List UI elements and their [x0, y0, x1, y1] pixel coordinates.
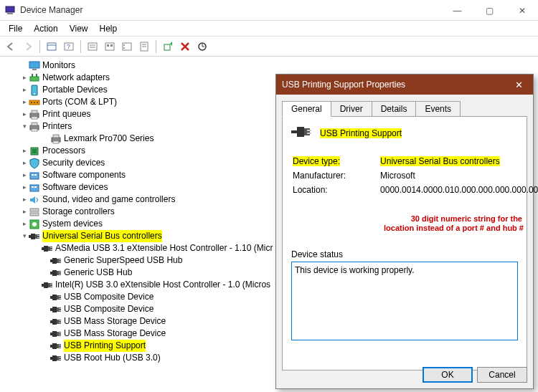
maximize-button[interactable]: ▢: [473, 0, 506, 21]
forward-button[interactable]: [20, 39, 36, 54]
svg-rect-93: [59, 333, 61, 333]
tree-node[interactable]: USB Composite Device: [7, 291, 270, 303]
tree-node-label: Generic SuperSpeed USB Hub: [64, 254, 182, 267]
device-tree[interactable]: Monitors▸Network adapters▸Portable Devic…: [0, 58, 273, 392]
chevron-right-icon[interactable]: ▸: [20, 193, 29, 206]
device-status-label: Device status: [291, 249, 518, 259]
tree-node[interactable]: USB Mass Storage Device: [7, 328, 270, 340]
tree-node[interactable]: ▾Universal Serial Bus controllers: [7, 230, 270, 242]
view-details-button[interactable]: [85, 39, 100, 54]
tab-details[interactable]: Details: [372, 101, 417, 117]
tree-node[interactable]: USB Root Hub (USB 3.0): [7, 352, 270, 364]
view-list-button[interactable]: [119, 39, 135, 54]
dialog-close-button[interactable]: ✕: [504, 75, 533, 95]
svg-rect-39: [53, 141, 59, 143]
svg-rect-65: [52, 258, 57, 264]
tree-node[interactable]: Generic USB Hub: [7, 267, 270, 279]
tree-node[interactable]: Monitors: [7, 59, 270, 72]
tree-node[interactable]: ▸System devices: [7, 218, 270, 230]
tree-node[interactable]: ▸Processors: [7, 145, 270, 157]
menu-file[interactable]: File: [3, 22, 28, 35]
chevron-right-icon[interactable]: ▸: [20, 145, 29, 157]
tab-driver[interactable]: Driver: [331, 101, 372, 117]
menu-action[interactable]: Action: [28, 22, 63, 35]
device-type-value: Universal Serial Bus controllers: [380, 156, 500, 166]
svg-rect-71: [50, 272, 52, 274]
chevron-right-icon[interactable]: ▸: [20, 96, 29, 108]
svg-rect-41: [32, 149, 37, 153]
tree-node[interactable]: ▸Security devices: [7, 157, 270, 169]
chevron-right-icon[interactable]: ▸: [20, 72, 29, 84]
tree-node[interactable]: USB Printing Support: [7, 340, 270, 352]
toolbar: ?: [0, 37, 538, 57]
properties-button[interactable]: [136, 39, 152, 54]
menu-view[interactable]: View: [64, 22, 94, 35]
view-large-button[interactable]: [102, 39, 118, 54]
tree-node[interactable]: Generic SuperSpeed USB Hub: [7, 254, 270, 267]
svg-rect-10: [107, 44, 109, 47]
tree-node[interactable]: ▸Portable Devices: [7, 84, 270, 96]
tree-node[interactable]: ▸Software devices: [7, 181, 270, 193]
close-button[interactable]: ✕: [506, 0, 538, 21]
svg-rect-89: [59, 322, 61, 323]
menu-help[interactable]: Help: [94, 22, 123, 35]
svg-rect-109: [307, 133, 311, 134]
chevron-right-icon[interactable]: ▸: [20, 218, 29, 230]
help-button[interactable]: ?: [61, 39, 77, 54]
tree-node-label: Portable Devices: [42, 84, 108, 96]
svg-rect-24: [36, 74, 37, 77]
tree-node[interactable]: USB Mass Storage Device: [7, 315, 270, 328]
svg-point-51: [32, 222, 37, 226]
tree-node[interactable]: ▸Print queues: [7, 108, 270, 120]
svg-point-14: [123, 47, 125, 49]
chevron-right-icon[interactable]: ▸: [20, 157, 29, 169]
svg-rect-100: [52, 343, 57, 349]
printq-icon: [29, 109, 40, 120]
ok-button[interactable]: OK: [423, 367, 473, 383]
chevron-right-icon[interactable]: ▸: [20, 169, 29, 181]
show-hidden-button[interactable]: [44, 39, 60, 54]
chevron-right-icon[interactable]: ▸: [20, 206, 29, 218]
tree-node-label: Storage controllers: [42, 206, 115, 218]
svg-rect-77: [57, 295, 61, 300]
svg-rect-88: [59, 320, 61, 321]
chevron-right-icon[interactable]: ▸: [20, 84, 29, 96]
tree-node-label: ASMedia USB 3.1 eXtensible Host Controll…: [55, 242, 273, 254]
tab-events[interactable]: Events: [415, 101, 461, 117]
tree-node[interactable]: ▸Storage controllers: [7, 206, 270, 218]
tab-general[interactable]: General: [282, 101, 331, 117]
svg-rect-70: [52, 270, 57, 276]
device-status-box[interactable]: This device is working properly.: [291, 262, 518, 340]
scan-hardware-button[interactable]: [160, 39, 176, 54]
tree-node-label: Security devices: [42, 157, 105, 169]
tree-node-label: Software components: [42, 169, 126, 181]
tree-node[interactable]: ASMedia USB 3.1 eXtensible Host Controll…: [7, 242, 270, 254]
annotation-line1: 30 digit numeric string for the: [411, 214, 522, 223]
tree-node-label: Network adapters: [42, 72, 110, 84]
chevron-right-icon[interactable]: ▸: [20, 108, 29, 120]
tree-node[interactable]: ▸Network adapters: [7, 72, 270, 84]
chevron-down-icon[interactable]: ▾: [20, 120, 29, 133]
separator: [80, 40, 81, 53]
uninstall-button[interactable]: [177, 39, 193, 54]
device-properties: Device type: Universal Serial Bus contro…: [291, 153, 538, 198]
usb-icon: [42, 243, 53, 254]
tree-node[interactable]: Intel(R) USB 3.0 eXtensible Host Control…: [7, 279, 270, 291]
properties-dialog: USB Printing Support Properties ✕ Genera…: [275, 74, 534, 389]
tree-node[interactable]: USB Composite Device: [7, 303, 270, 315]
menu-bar: File Action View Help: [0, 21, 538, 37]
back-button[interactable]: [3, 39, 19, 54]
tree-node[interactable]: ▸Software components: [7, 169, 270, 181]
tree-node[interactable]: ▾Printers: [7, 120, 270, 133]
dialog-title-bar[interactable]: USB Printing Support Properties ✕: [276, 75, 533, 95]
tree-node[interactable]: ▸Ports (COM & LPT): [7, 96, 270, 108]
update-driver-button[interactable]: [194, 39, 210, 54]
chevron-right-icon[interactable]: ▸: [20, 181, 29, 193]
usb-icon: [50, 316, 62, 328]
tree-node[interactable]: Lexmark Pro700 Series: [7, 133, 270, 145]
chevron-down-icon[interactable]: ▾: [20, 230, 29, 242]
minimize-button[interactable]: —: [441, 0, 473, 21]
svg-point-30: [37, 102, 38, 103]
tree-node[interactable]: ▸Sound, video and game controllers: [7, 193, 270, 206]
cancel-button[interactable]: Cancel: [477, 367, 527, 383]
